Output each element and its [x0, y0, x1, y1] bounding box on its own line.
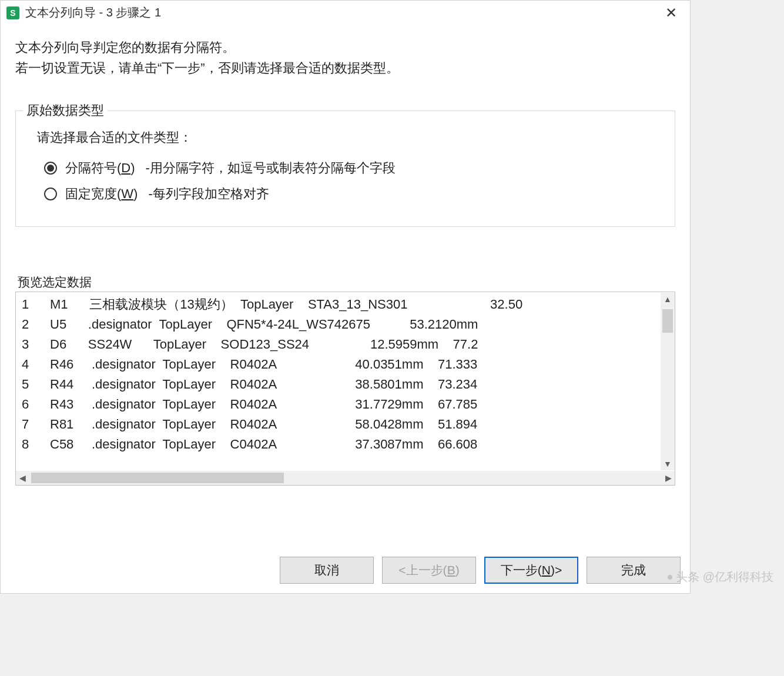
- radio-icon: [44, 162, 57, 175]
- scroll-up-icon[interactable]: ▲: [664, 293, 672, 306]
- preview-row: 3D6 SS24W TopLayer SOD123_SS24 12.5959mm…: [16, 334, 675, 354]
- vertical-scrollbar[interactable]: ▲ ▼: [661, 293, 675, 470]
- scroll-down-icon[interactable]: ▼: [664, 457, 672, 470]
- back-button: <上一步(B): [382, 557, 476, 584]
- preview-row: 5R44 .designator TopLayer R0402A 38.5801…: [16, 374, 675, 394]
- datatype-legend: 原始数据类型: [23, 102, 108, 119]
- radio-delimited-label: 分隔符号(D): [65, 159, 135, 177]
- vscroll-thumb[interactable]: [662, 309, 673, 333]
- cancel-button[interactable]: 取消: [280, 557, 374, 584]
- radio-delimited-desc: -用分隔字符，如逗号或制表符分隔每个字段: [146, 159, 396, 177]
- intro-line-1: 文本分列向导判定您的数据有分隔符。: [15, 37, 675, 58]
- preview-title: 预览选定数据: [18, 274, 675, 290]
- button-bar: 取消 <上一步(B) 下一步(N)> 完成: [1, 547, 690, 593]
- preview-row: 1M1 三相载波模块（13规约） TopLayer STA3_13_NS301 …: [16, 295, 675, 314]
- preview-row: 8C58 .designator TopLayer C0402A 37.3087…: [16, 434, 675, 454]
- datatype-instruction: 请选择最合适的文件类型：: [37, 129, 657, 146]
- horizontal-scrollbar[interactable]: ◀ ▶: [16, 471, 675, 485]
- finish-button[interactable]: 完成: [587, 557, 681, 584]
- radio-fixed-width-desc: -每列字段加空格对齐: [148, 185, 269, 203]
- scroll-left-icon[interactable]: ◀: [16, 473, 29, 483]
- preview-list: 1M1 三相载波模块（13规约） TopLayer STA3_13_NS301 …: [16, 292, 675, 485]
- next-button[interactable]: 下一步(N)>: [484, 557, 578, 584]
- dialog-window: S 文本分列向导 - 3 步骤之 1 ✕ 文本分列向导判定您的数据有分隔符。 若…: [0, 0, 691, 594]
- radio-icon: [44, 188, 57, 200]
- hscroll-thumb[interactable]: [31, 473, 284, 483]
- preview-section: 预览选定数据 1M1 三相载波模块（13规约） TopLayer STA3_13…: [15, 274, 675, 486]
- vscroll-track[interactable]: [661, 306, 675, 457]
- hscroll-track[interactable]: [29, 471, 662, 485]
- content-area: 文本分列向导判定您的数据有分隔符。 若一切设置无误，请单击“下一步”，否则请选择…: [1, 25, 690, 547]
- titlebar: S 文本分列向导 - 3 步骤之 1 ✕: [1, 1, 690, 25]
- scroll-right-icon[interactable]: ▶: [662, 473, 675, 483]
- preview-row: 4R46 .designator TopLayer R0402A 40.0351…: [16, 354, 675, 374]
- intro-line-2: 若一切设置无误，请单击“下一步”，否则请选择最合适的数据类型。: [15, 58, 675, 78]
- window-title: 文本分列向导 - 3 步骤之 1: [25, 5, 658, 21]
- preview-box: 1M1 三相载波模块（13规约） TopLayer STA3_13_NS301 …: [15, 292, 675, 486]
- preview-row: 2U5 .designator TopLayer QFN5*4-24L_WS74…: [16, 314, 675, 334]
- radio-delimited[interactable]: 分隔符号(D) -用分隔字符，如逗号或制表符分隔每个字段: [44, 159, 657, 177]
- datatype-group: 原始数据类型 请选择最合适的文件类型： 分隔符号(D) -用分隔字符，如逗号或制…: [15, 111, 675, 227]
- intro-text: 文本分列向导判定您的数据有分隔符。 若一切设置无误，请单击“下一步”，否则请选择…: [15, 37, 675, 78]
- radio-fixed-width-label: 固定宽度(W): [65, 185, 138, 203]
- radio-fixed-width[interactable]: 固定宽度(W) -每列字段加空格对齐: [44, 185, 657, 203]
- preview-row: 6R43 .designator TopLayer R0402A 31.7729…: [16, 394, 675, 414]
- preview-row: 7R81 .designator TopLayer R0402A 58.0428…: [16, 414, 675, 434]
- close-icon[interactable]: ✕: [658, 4, 684, 22]
- app-icon: S: [6, 6, 19, 19]
